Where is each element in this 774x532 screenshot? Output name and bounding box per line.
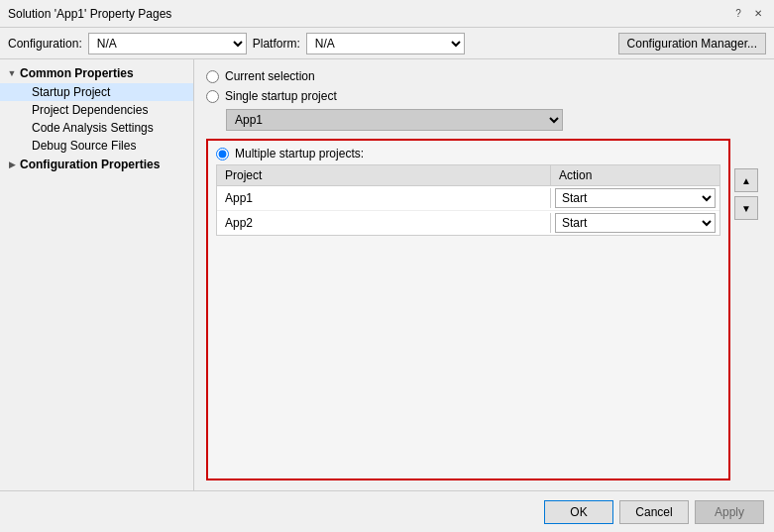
table-row: App1 Start None Start without debugging (217, 186, 719, 211)
sidebar-label-debug-source-files: Debug Source Files (32, 139, 136, 153)
row1-action: Start None Start without debugging (551, 186, 719, 210)
sidebar-item-common-properties[interactable]: ▼ Common Properties (0, 63, 193, 83)
multi-header-row: Multiple startup projects: (208, 141, 728, 164)
multi-table: Project Action App1 Start None Start wit… (216, 164, 720, 236)
sidebar-label-startup-project: Startup Project (32, 85, 110, 99)
row1-project: App1 (217, 188, 551, 208)
bottom-bar: OK Cancel Apply (0, 490, 774, 532)
col-action-header: Action (551, 165, 719, 185)
help-button[interactable]: ? (730, 6, 746, 22)
title-controls: ? ✕ (730, 6, 766, 22)
row2-action: Start None Start without debugging (551, 211, 719, 235)
single-startup-row: Single startup project (206, 89, 762, 103)
configuration-dropdown[interactable]: N/A (88, 33, 247, 54)
ok-button[interactable]: OK (544, 500, 613, 524)
main-area: ▼ Common Properties Startup Project Proj… (0, 59, 774, 490)
sidebar-item-debug-source-files[interactable]: Debug Source Files (0, 137, 193, 155)
sidebar-label-code-analysis-settings: Code Analysis Settings (32, 121, 154, 135)
content-area: Current selection Single startup project… (194, 59, 774, 490)
sidebar-item-startup-project[interactable]: Startup Project (0, 83, 193, 101)
single-dropdown-row: App1 (206, 109, 762, 131)
multi-section-box: Multiple startup projects: Project Actio… (206, 139, 730, 480)
sidebar-item-code-analysis-settings[interactable]: Code Analysis Settings (0, 119, 193, 137)
apply-button[interactable]: Apply (695, 500, 764, 524)
multiple-startup-label[interactable]: Multiple startup projects: (235, 147, 364, 160)
current-selection-row: Current selection (206, 69, 762, 83)
sidebar-item-configuration-properties[interactable]: ▶ Configuration Properties (0, 155, 193, 174)
sidebar-item-project-dependencies[interactable]: Project Dependencies (0, 101, 193, 119)
table-row: App2 Start None Start without debugging (217, 211, 719, 235)
expand-icon-config: ▶ (4, 157, 20, 172)
multiple-startup-section: Multiple startup projects: Project Actio… (206, 139, 762, 480)
row2-action-dropdown[interactable]: Start None Start without debugging (555, 213, 716, 233)
config-manager-button[interactable]: Configuration Manager... (618, 33, 766, 54)
platform-label: Platform: (253, 37, 300, 51)
single-startup-radio[interactable] (206, 90, 219, 103)
move-down-button[interactable]: ▼ (734, 196, 758, 220)
sidebar-label-configuration-properties: Configuration Properties (20, 158, 160, 171)
move-up-button[interactable]: ▲ (734, 168, 758, 192)
current-selection-radio[interactable] (206, 70, 219, 83)
expand-icon: ▼ (4, 65, 20, 81)
multiple-startup-radio[interactable] (216, 148, 229, 160)
sidebar-label-project-dependencies: Project Dependencies (32, 103, 148, 117)
config-bar: Configuration: N/A Platform: N/A Configu… (0, 28, 774, 59)
table-header: Project Action (217, 165, 719, 186)
col-project-header: Project (217, 165, 551, 185)
row1-action-dropdown[interactable]: Start None Start without debugging (555, 188, 716, 208)
current-selection-label[interactable]: Current selection (225, 69, 315, 83)
platform-dropdown[interactable]: N/A (306, 33, 465, 54)
multi-section-main: Multiple startup projects: Project Actio… (206, 139, 730, 480)
close-button[interactable]: ✕ (750, 6, 766, 22)
row2-project: App2 (217, 213, 551, 233)
arrow-buttons: ▲ ▼ (730, 139, 762, 480)
title-bar: Solution 'App1' Property Pages ? ✕ (0, 0, 774, 28)
single-startup-label[interactable]: Single startup project (225, 89, 337, 103)
cancel-button[interactable]: Cancel (619, 500, 689, 524)
configuration-label: Configuration: (8, 37, 82, 51)
single-startup-dropdown[interactable]: App1 (226, 109, 563, 131)
sidebar: ▼ Common Properties Startup Project Proj… (0, 59, 194, 490)
window-title: Solution 'App1' Property Pages (8, 7, 171, 21)
sidebar-label-common-properties: Common Properties (20, 66, 134, 80)
